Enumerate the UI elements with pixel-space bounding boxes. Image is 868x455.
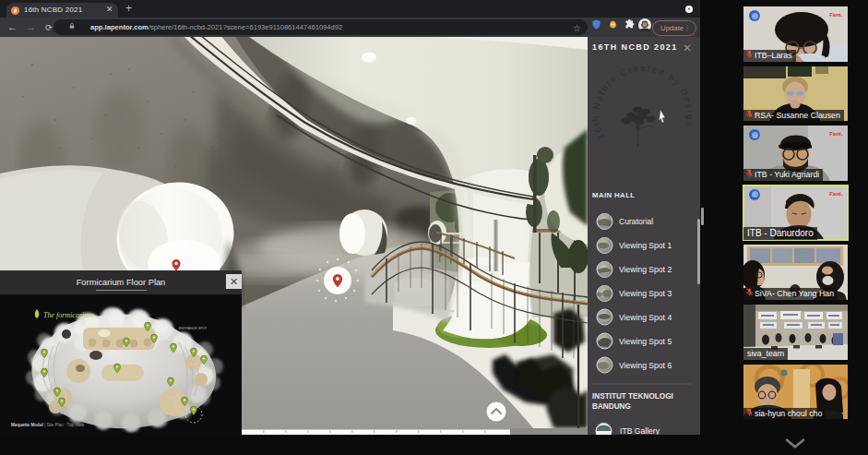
svg-text:Viewing Spot 4: Viewing Spot 4 xyxy=(619,313,672,322)
svg-text:BANDUNG: BANDUNG xyxy=(592,402,631,411)
svg-text:MAIN HALL: MAIN HALL xyxy=(592,191,635,199)
svg-text:Viewing Spot 1: Viewing Spot 1 xyxy=(619,241,672,250)
svg-text:The formicarium: The formicarium xyxy=(43,311,93,319)
svg-text:Maquette Model | Site Plan : T: Maquette Model | Site Plan : Top View xyxy=(11,423,85,427)
svg-text:16TH NCBD 2021: 16TH NCBD 2021 xyxy=(592,42,678,52)
svg-text:ENTRANCE SPOT: ENTRANCE SPOT xyxy=(179,327,208,330)
svg-text:Curatorial: Curatorial xyxy=(619,217,653,226)
svg-text:Viewing Spot 6: Viewing Spot 6 xyxy=(619,361,672,370)
svg-text:Viewing Spot 2: Viewing Spot 2 xyxy=(619,265,672,274)
svg-text:16th Nature Created by Design: 16th Nature Created by Design xyxy=(590,63,696,141)
svg-text:INSTITUT TEKNOLOGI: INSTITUT TEKNOLOGI xyxy=(592,392,673,401)
svg-text:Viewing Spot 3: Viewing Spot 3 xyxy=(619,289,672,298)
svg-text:ITB Gallery: ITB Gallery xyxy=(620,426,660,435)
svg-text:✕: ✕ xyxy=(683,42,692,54)
svg-text:Viewing Spot 5: Viewing Spot 5 xyxy=(619,337,672,346)
